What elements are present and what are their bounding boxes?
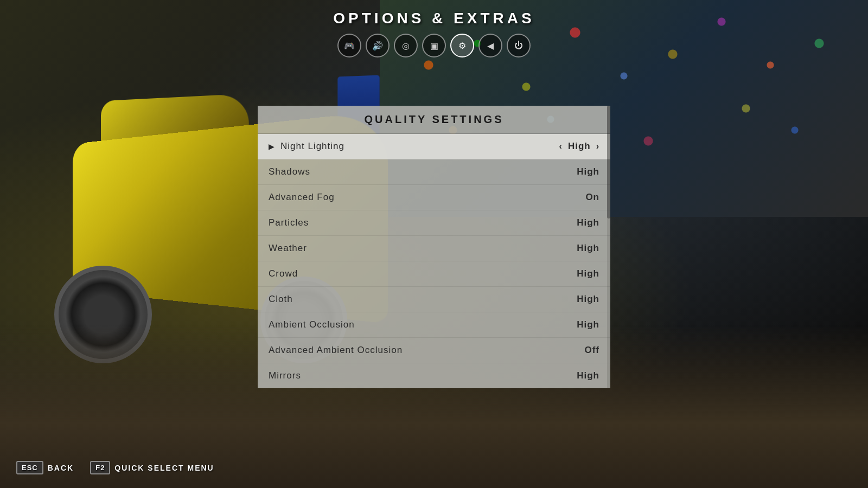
panel-title: QUALITY SETTINGS (258, 106, 610, 134)
nav-icon-power[interactable]: ⏻ (507, 34, 531, 57)
setting-name-advanced-ambient-occlusion: Advanced Ambient Occlusion (269, 345, 584, 356)
setting-value-shadows: High (577, 166, 599, 177)
nav-icon-controls[interactable]: ◎ (394, 34, 418, 57)
selected-arrow-icon: ▶ (269, 142, 275, 151)
quick-select-label: QUICK SELECT MENU (114, 464, 214, 472)
setting-value-advanced-fog: On (585, 192, 599, 203)
setting-value-crowd: High (577, 268, 599, 279)
setting-name-night-lighting: Night Lighting (280, 141, 559, 152)
right-arrow-icon[interactable]: › (596, 142, 599, 151)
setting-mirrors[interactable]: Mirrors High (258, 363, 610, 388)
setting-name-crowd: Crowd (269, 268, 577, 279)
setting-name-shadows: Shadows (269, 166, 577, 177)
setting-name-weather: Weather (269, 243, 577, 254)
scroll-thumb (607, 106, 610, 219)
setting-advanced-fog[interactable]: Advanced Fog On (258, 185, 610, 210)
setting-weather[interactable]: Weather High (258, 236, 610, 261)
settings-list: ▶ Night Lighting ‹ High › Shadows High A… (258, 134, 610, 388)
f2-key-badge: F2 (90, 461, 110, 474)
header: OPTIONS & EXTRAS 🎮 🔊 ◎ ▣ ⚙ ◀ ⏻ (0, 0, 868, 57)
setting-night-lighting[interactable]: ▶ Night Lighting ‹ High › (258, 134, 610, 159)
nav-icon-gamepad[interactable]: 🎮 (337, 34, 361, 57)
setting-name-ambient-occlusion: Ambient Occlusion (269, 319, 577, 330)
setting-name-advanced-fog: Advanced Fog (269, 192, 585, 203)
setting-advanced-ambient-occlusion[interactable]: Advanced Ambient Occlusion Off (258, 338, 610, 363)
setting-ambient-occlusion[interactable]: Ambient Occlusion High (258, 312, 610, 338)
setting-value-ambient-occlusion: High (577, 319, 599, 330)
nav-icon-settings[interactable]: ⚙ (450, 34, 474, 57)
page-title: OPTIONS & EXTRAS (333, 10, 534, 27)
setting-value-particles: High (577, 217, 599, 228)
esc-key-badge: Esc (16, 461, 43, 474)
nav-icon-display[interactable]: ▣ (422, 34, 446, 57)
setting-shadows[interactable]: Shadows High (258, 159, 610, 185)
setting-name-cloth: Cloth (269, 294, 577, 305)
setting-value-weather: High (577, 243, 599, 254)
bottom-controls: Esc BACK F2 QUICK SELECT MENU (16, 461, 214, 474)
nav-icons-container: 🎮 🔊 ◎ ▣ ⚙ ◀ ⏻ (337, 34, 531, 57)
setting-value-advanced-ambient-occlusion: Off (584, 345, 599, 356)
setting-cloth[interactable]: Cloth High (258, 287, 610, 312)
setting-name-particles: Particles (269, 217, 577, 228)
setting-particles[interactable]: Particles High (258, 210, 610, 236)
quick-select-control: F2 QUICK SELECT MENU (90, 461, 214, 474)
setting-crowd[interactable]: Crowd High (258, 261, 610, 287)
setting-value-mirrors: High (577, 370, 599, 381)
setting-value-night-lighting: ‹ High › (559, 141, 599, 152)
scrollbar[interactable] (607, 106, 610, 388)
setting-name-mirrors: Mirrors (269, 370, 577, 381)
nav-icon-replay[interactable]: ◀ (478, 34, 502, 57)
back-control: Esc BACK (16, 461, 74, 474)
left-arrow-icon[interactable]: ‹ (559, 142, 563, 151)
back-label: BACK (48, 464, 74, 472)
setting-value-cloth: High (577, 294, 599, 305)
settings-panel: QUALITY SETTINGS ▶ Night Lighting ‹ High… (258, 106, 610, 388)
nav-icon-audio[interactable]: 🔊 (366, 34, 390, 57)
